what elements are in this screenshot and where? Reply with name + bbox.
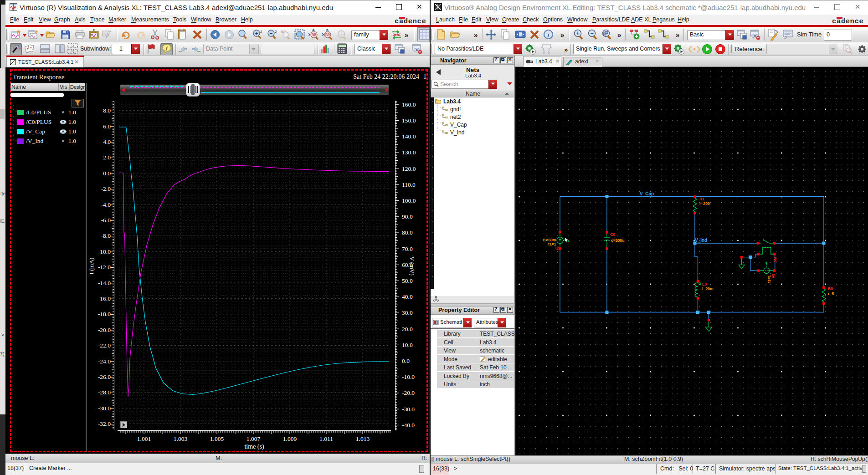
svg-text:1.005: 1.005 <box>210 435 224 442</box>
svg-text:-22.0: -22.0 <box>98 342 111 349</box>
svg-text:c=200u: c=200u <box>611 238 624 243</box>
svg-text:2: 2 <box>260 30 262 34</box>
svg-text:-30.0: -30.0 <box>402 406 415 413</box>
svg-text:-28.0: -28.0 <box>98 389 111 396</box>
svg-text:l=20m: l=20m <box>702 286 714 291</box>
svg-text:40.0: 40.0 <box>402 293 413 300</box>
svg-text:−: − <box>590 30 593 36</box>
svg-text:2.0: 2.0 <box>103 154 111 161</box>
svg-text:L0: L0 <box>702 282 707 286</box>
svg-text:1.001: 1.001 <box>137 435 151 442</box>
svg-text:-12.0: -12.0 <box>98 264 111 271</box>
svg-text:4.0: 4.0 <box>103 138 111 145</box>
svg-text:130.0: 130.0 <box>402 149 416 156</box>
svg-text:−: − <box>270 31 272 36</box>
svg-text:-4.0: -4.0 <box>101 201 111 208</box>
svg-text:1.009: 1.009 <box>283 435 297 442</box>
svg-text:I (mA): I (mA) <box>89 257 95 274</box>
svg-text:100.0: 100.0 <box>402 197 416 204</box>
svg-text:120.0: 120.0 <box>402 165 416 172</box>
svg-text:-6.0: -6.0 <box>101 217 111 224</box>
svg-text:-32.0: -32.0 <box>98 420 111 427</box>
svg-text:150.0: 150.0 <box>402 117 416 124</box>
svg-text:time (s): time (s) <box>244 443 264 450</box>
svg-text:50.0: 50.0 <box>402 277 413 284</box>
svg-text:-16.0: -16.0 <box>98 295 111 302</box>
svg-text:V_Ind: V_Ind <box>695 238 707 243</box>
svg-text:1.003: 1.003 <box>174 435 188 442</box>
svg-text:-10.0: -10.0 <box>402 373 415 380</box>
svg-text:r=200: r=200 <box>699 201 710 206</box>
svg-text:-30.0: -30.0 <box>98 405 111 412</box>
svg-text:C0: C0 <box>610 232 615 237</box>
svg-text:1.011: 1.011 <box>319 435 333 442</box>
svg-text:V_Cap: V_Cap <box>640 191 654 196</box>
svg-text:0.0: 0.0 <box>103 170 111 177</box>
svg-text:10.0: 10.0 <box>402 342 413 348</box>
svg-text:V0: V0 <box>771 274 776 278</box>
svg-text:80.0: 80.0 <box>402 229 413 236</box>
svg-text:R0: R0 <box>828 286 833 291</box>
svg-text:r=5: r=5 <box>828 291 834 296</box>
svg-text:-20.0: -20.0 <box>98 327 111 333</box>
svg-text:-10.0: -10.0 <box>98 248 111 255</box>
svg-text:R1: R1 <box>699 197 704 201</box>
svg-text:W0: W0 <box>773 257 777 263</box>
svg-text:20.0: 20.0 <box>402 326 413 332</box>
svg-text:8.0: 8.0 <box>103 107 111 114</box>
svg-text:140.0: 140.0 <box>402 133 416 140</box>
svg-text:I2: I2 <box>555 246 559 250</box>
svg-text:1.013: 1.013 <box>356 435 370 442</box>
svg-text:70.0: 70.0 <box>402 245 413 252</box>
svg-text:-8.0: -8.0 <box>101 232 111 239</box>
svg-text:-14.0: -14.0 <box>98 280 111 286</box>
svg-text:i: i <box>548 31 550 38</box>
svg-text:2: 2 <box>275 30 277 34</box>
svg-text:160.0: 160.0 <box>402 101 416 108</box>
svg-text:30.0: 30.0 <box>402 309 413 316</box>
svg-text:-40.0: -40.0 <box>402 422 415 429</box>
svg-text:90.0: 90.0 <box>402 213 413 220</box>
svg-text:t1=1: t1=1 <box>767 275 771 283</box>
svg-text:+: + <box>576 30 579 36</box>
svg-text:-18.0: -18.0 <box>98 311 111 317</box>
svg-text:0.0: 0.0 <box>402 358 410 364</box>
svg-text:6.0: 6.0 <box>103 123 111 130</box>
svg-text:-24.0: -24.0 <box>98 358 111 365</box>
svg-text:V (mV): V (mV) <box>409 256 416 276</box>
svg-text:+: + <box>255 31 258 36</box>
svg-text:-26.0: -26.0 <box>98 373 111 380</box>
svg-text:-20.0: -20.0 <box>402 389 415 396</box>
svg-text:1.007: 1.007 <box>247 435 261 442</box>
svg-text:-2.0: -2.0 <box>101 185 111 192</box>
svg-text:110.0: 110.0 <box>402 181 416 188</box>
